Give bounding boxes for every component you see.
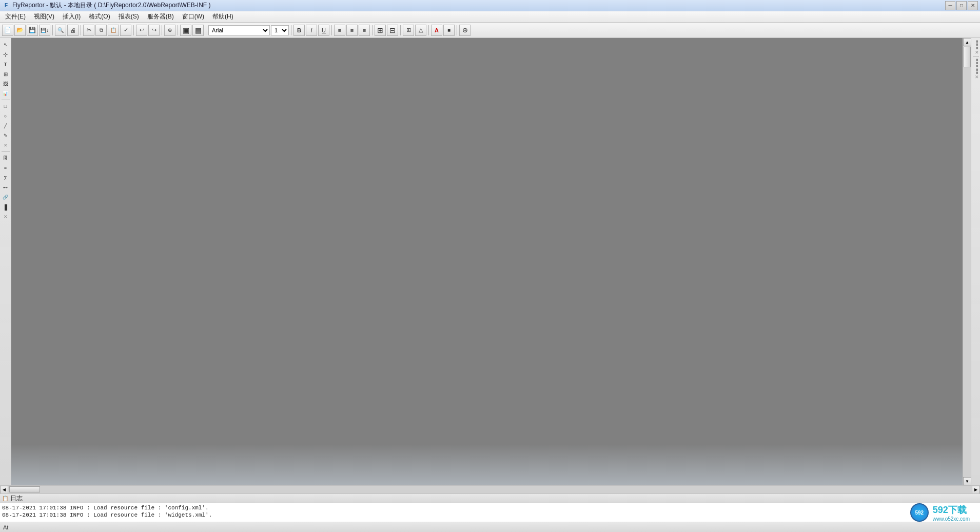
sep12 — [457, 25, 457, 35]
sep10 — [400, 25, 401, 35]
right-btn-2[interactable]: ≡ — [972, 43, 979, 46]
menu-file[interactable]: 文件(E) — [1, 11, 30, 22]
left-btn-pencil[interactable]: ✎ — [1, 131, 10, 140]
left-btn-image[interactable]: 🖼 — [1, 79, 10, 88]
print-button[interactable]: 🖨 — [67, 25, 79, 36]
grid-button[interactable]: ⊞ — [403, 25, 414, 36]
log-icon: 📋 — [2, 496, 8, 501]
title-bar-text: FlyReportor - 默认 - 本地目录 ( D:\FlyReportor… — [12, 1, 211, 10]
align-center-button[interactable]: ≡ — [346, 25, 358, 36]
right-panel: ≡ ≡ ≡ ✕ ≡ ≡ ≡ ≡ ≡ ✕ — [971, 38, 980, 485]
menu-insert[interactable]: 插入(I) — [58, 11, 85, 22]
print-preview-button[interactable]: 🔍 — [55, 25, 66, 36]
menu-report[interactable]: 报表(S) — [114, 11, 143, 22]
right-btn-7[interactable]: ≡ — [972, 68, 979, 71]
left-btn-formula[interactable]: ∑ — [1, 173, 10, 182]
split-button[interactable]: ⊟ — [387, 25, 398, 36]
border1-button[interactable]: ▣ — [180, 25, 191, 36]
menu-server[interactable]: 服务器(B) — [143, 11, 178, 22]
scroll-track[interactable] — [963, 46, 971, 477]
special-button[interactable]: ⊕ — [459, 25, 471, 36]
right-sep1 — [973, 56, 979, 57]
sep2 — [81, 25, 81, 35]
sep11 — [428, 25, 429, 35]
right-btn-1[interactable]: ≡ — [972, 40, 979, 43]
merge-button[interactable]: ⊞ — [375, 25, 386, 36]
scroll-up-button[interactable]: ▲ — [963, 38, 971, 46]
left-btn-datasource[interactable]: 🗄 — [1, 154, 10, 163]
scroll-thumb[interactable] — [964, 47, 971, 67]
new-button[interactable]: 📄 — [2, 25, 13, 36]
left-btn-param[interactable]: ≡ — [1, 163, 10, 173]
left-btn-line[interactable]: ╱ — [1, 121, 10, 130]
hscroll-track[interactable] — [8, 486, 972, 493]
right-btn-3[interactable]: ≡ — [972, 47, 979, 49]
left-btn-rect[interactable]: □ — [1, 102, 10, 111]
left-btn-close2[interactable]: ✕ — [1, 212, 10, 221]
content-row: ↖ ⊹ T ⊞ 🖼 📊 □ ○ ╱ ✎ ✕ 🗄 ≡ ∑ ⊷ 🔗 ▐▌ ✕ — [0, 38, 980, 485]
right-close1[interactable]: ✕ — [972, 50, 979, 55]
horizontal-scrollbar: ◀ ▶ — [0, 485, 980, 493]
left-sep1 — [2, 100, 10, 100]
left-btn-pagebreak[interactable]: ⊷ — [1, 183, 10, 192]
left-btn-hyperlink[interactable]: 🔗 — [1, 193, 10, 202]
undo-button[interactable]: ↩ — [136, 25, 147, 36]
right-btn-5[interactable]: ≡ — [972, 62, 979, 64]
align-left-button[interactable]: ≡ — [334, 25, 345, 36]
menu-help[interactable]: 帮助(H) — [208, 11, 238, 22]
menu-bar: 文件(E) 视图(V) 插入(I) 格式(O) 报表(S) 服务器(B) 窗口(… — [0, 11, 980, 23]
font-size-selector[interactable]: 1 — [271, 25, 289, 35]
menu-window[interactable]: 窗口(W) — [178, 11, 208, 22]
canvas-area[interactable] — [11, 38, 963, 485]
right-btn-4[interactable]: ≡ — [972, 59, 979, 61]
scroll-left-button[interactable]: ◀ — [0, 486, 8, 494]
save-as-button[interactable]: 💾↓ — [39, 25, 50, 36]
left-btn-table[interactable]: ⊞ — [1, 69, 10, 79]
redo-button[interactable]: ↪ — [148, 25, 160, 36]
right-btn-6[interactable]: ≡ — [972, 65, 979, 67]
left-panel: ↖ ⊹ T ⊞ 🖼 📊 □ ○ ╱ ✎ ✕ 🗄 ≡ ∑ ⊷ 🔗 ▐▌ ✕ — [0, 38, 11, 485]
italic-button[interactable]: I — [306, 25, 317, 36]
underline-button[interactable]: U — [318, 25, 329, 36]
left-btn-pointer[interactable]: ↖ — [1, 40, 10, 49]
left-btn-ellipse[interactable]: ○ — [1, 111, 10, 121]
minimize-button[interactable]: ─ — [945, 1, 955, 10]
font-color-button[interactable]: A — [431, 25, 442, 36]
bold-button[interactable]: B — [293, 25, 305, 36]
save-button[interactable]: 💾 — [27, 25, 38, 36]
restore-button[interactable]: □ — [956, 1, 967, 10]
scroll-down-button[interactable]: ▼ — [963, 477, 971, 485]
right-btn-8[interactable]: ≡ — [972, 71, 979, 74]
menu-format[interactable]: 格式(O) — [85, 11, 114, 22]
right-close2[interactable]: ✕ — [972, 74, 979, 80]
zoom-button[interactable]: ⊕ — [164, 25, 175, 36]
sep6 — [206, 25, 206, 35]
watermark-text-block: 592下载 www.o52xc.com — [933, 504, 970, 522]
menu-view[interactable]: 视图(V) — [30, 11, 58, 22]
check-button[interactable]: ✓ — [120, 25, 131, 36]
align-right-button[interactable]: ≡ — [359, 25, 370, 36]
log-line-1: 08-17-2021 17:01:38 INFO : Load resource… — [2, 504, 978, 511]
scroll-right-button[interactable]: ▶ — [972, 486, 980, 494]
hscroll-thumb[interactable] — [9, 486, 40, 492]
copy-button[interactable]: ⧉ — [95, 25, 107, 36]
app-icon: F — [2, 2, 10, 10]
font-selector[interactable]: Arial — [208, 25, 270, 35]
triangle-button[interactable]: △ — [415, 25, 426, 36]
log-content: 08-17-2021 17:01:38 INFO : Load resource… — [0, 503, 980, 522]
border2-button[interactable]: ▤ — [192, 25, 204, 36]
cut-button[interactable]: ✂ — [83, 25, 94, 36]
left-btn-chart[interactable]: 📊 — [1, 89, 10, 98]
open-button[interactable]: 📂 — [14, 25, 26, 36]
log-panel: 📋 日志 08-17-2021 17:01:38 INFO : Load res… — [0, 493, 980, 522]
sep9 — [372, 25, 373, 35]
left-btn-barcode[interactable]: ▐▌ — [1, 202, 10, 212]
sep1 — [52, 25, 53, 35]
left-btn-text[interactable]: T — [1, 60, 10, 69]
watermark-sub-text: www.o52xc.com — [933, 516, 970, 522]
bg-color-button[interactable]: ■ — [443, 25, 455, 36]
left-btn-select[interactable]: ⊹ — [1, 50, 10, 59]
left-btn-close1[interactable]: ✕ — [1, 141, 10, 150]
close-window-button[interactable]: ✕ — [968, 1, 978, 10]
paste-button[interactable]: 📋 — [108, 25, 119, 36]
